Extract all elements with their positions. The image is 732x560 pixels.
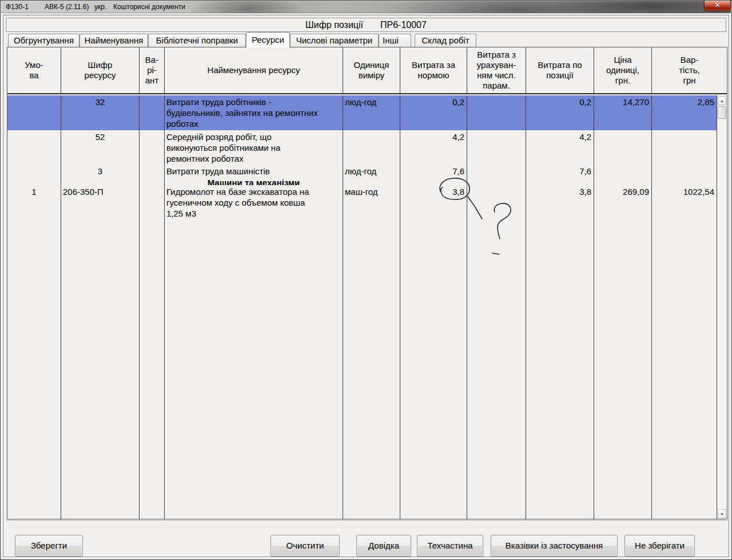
language-label: укр. [94, 3, 106, 11]
cell-condition [7, 165, 61, 176]
tab-justification[interactable]: Обгрунтування [8, 34, 79, 47]
cell-with-param [467, 185, 526, 219]
section-header-row: Машини та механізми [7, 176, 717, 185]
cell-name: Витрати труда робітників - будівельників… [165, 95, 343, 130]
cell-total [652, 176, 717, 185]
cell-variant [140, 185, 165, 219]
tab-resources[interactable]: Ресурси [246, 32, 290, 47]
cell-total [652, 165, 717, 176]
vertical-scrollbar[interactable]: ▲ ▼ [717, 95, 727, 519]
tab-library-corrections[interactable]: Бібліотечні поправки [148, 34, 246, 47]
col-total-cost: Вар- тість, грн [652, 47, 727, 93]
cell-with-param [467, 219, 526, 519]
form-code: Ф130-1 [6, 3, 29, 11]
cell-name [165, 219, 343, 519]
tech-section-button[interactable]: Техчастина [417, 535, 483, 557]
col-rate-per-norm: Витрата за нормою [400, 47, 467, 93]
cell-unit: маш-год [343, 185, 400, 219]
col-condition: Умо- ва [7, 47, 61, 93]
section-header-label: Машини та механізми [165, 176, 343, 185]
app-window: Ф130-1 АВК-5 (2.11.6) укр. Кошторисні до… [0, 0, 732, 560]
cell-name: Гидромолот на базе экскаватора на гусени… [165, 185, 343, 219]
cell-code [61, 176, 140, 185]
cell-per-position: 4,2 [526, 130, 594, 165]
scroll-thumb[interactable] [718, 106, 726, 119]
app-name-version: АВК-5 (2.11.6) [45, 3, 89, 11]
cell-variant [140, 219, 165, 519]
cell-variant [140, 176, 165, 185]
close-button[interactable]: ✕ [704, 1, 731, 11]
client-area: Шифр позиції ПР6-10007 Обгрунтування Най… [3, 15, 729, 557]
application-notes-button[interactable]: Вказівки із застосування [491, 535, 618, 557]
scroll-up-button[interactable]: ▲ [718, 96, 726, 105]
table-body: 32 Витрати труда робітників - будівельни… [7, 95, 717, 519]
cell-code: 206-350-П [61, 185, 140, 219]
cell-condition [7, 219, 61, 519]
cell-per-norm: 7,6 [400, 165, 467, 176]
col-unit: Одиниця виміру [343, 47, 400, 93]
save-button[interactable]: Зберегти [15, 535, 83, 557]
cell-per-position: 3,8 [526, 185, 594, 219]
cell-code: 52 [61, 130, 140, 165]
col-rate-with-params: Витрата з урахуван- ням числ. парам. [467, 47, 526, 93]
cell-unit: люд-год [343, 95, 400, 130]
cell-per-norm: 4,2 [400, 130, 467, 165]
cell-per-position [526, 219, 594, 519]
arrow-up-icon: ▲ [720, 99, 724, 103]
cell-unit-price [594, 176, 652, 185]
titlebar[interactable]: Ф130-1 АВК-5 (2.11.6) укр. Кошторисні до… [1, 1, 731, 13]
clear-button[interactable]: Очистити [270, 535, 340, 557]
window-frame-right [729, 13, 731, 559]
cell-per-position: 7,6 [526, 165, 594, 176]
cell-unit [343, 219, 400, 519]
tab-name[interactable]: Найменування [79, 34, 148, 47]
cell-per-norm: 3,8 [400, 185, 467, 219]
close-icon: ✕ [714, 1, 720, 9]
cell-variant [140, 165, 165, 176]
cell-per-position: 0,2 [526, 95, 594, 130]
cell-condition: 1 [7, 185, 61, 219]
cell-unit: люд-год [343, 165, 400, 176]
tab-other[interactable]: Інші [379, 34, 411, 47]
cell-unit-price [594, 165, 652, 176]
col-resource-code: Шифр ресурсу [61, 47, 140, 93]
resources-table: Умо- ва Шифр ресурсу Ва- рі- ант Наймену… [7, 47, 727, 519]
scroll-down-button[interactable]: ▼ [718, 509, 726, 518]
table-row[interactable]: 3 Витрати труда машиністів люд-год 7,6 7… [7, 165, 717, 176]
table-row-selected[interactable]: 32 Витрати труда робітників - будівельни… [7, 95, 717, 130]
table-header-row: Умо- ва Шифр ресурсу Ва- рі- ант Наймену… [7, 47, 727, 94]
col-rate-per-position: Витрата по позиції [526, 47, 594, 93]
table-row[interactable]: 52 Середній розряд робіт, що виконуються… [7, 130, 717, 165]
tab-numeric-parameters[interactable]: Числові параметри [290, 34, 379, 47]
cell-unit-price: 269,09 [594, 185, 652, 219]
cell-condition [7, 130, 61, 165]
col-unit-price: Ціна одиниці, грн. [594, 47, 652, 93]
cell-total [652, 130, 717, 165]
cell-unit [343, 130, 400, 165]
cell-with-param [467, 165, 526, 176]
cell-per-norm: 0,2 [400, 95, 467, 130]
arrow-down-icon: ▼ [720, 512, 724, 516]
cell-variant [140, 95, 165, 130]
discard-button[interactable]: Не зберігати [624, 535, 695, 557]
cell-total [652, 219, 717, 519]
table-empty-area [7, 219, 717, 519]
cell-unit-price: 14,270 [594, 95, 652, 130]
cell-per-position [526, 176, 594, 185]
cell-name: Середній розряд робіт, що виконуються ро… [165, 130, 343, 165]
cell-code [61, 219, 140, 519]
position-code-label: Шифр позиції [305, 20, 363, 30]
tab-work-composition[interactable]: Склад робіт [415, 34, 476, 47]
cell-total: 1022,54 [652, 185, 717, 219]
cell-with-param [467, 176, 526, 185]
cell-unit-price [594, 130, 652, 165]
cell-with-param [467, 95, 526, 130]
cell-code: 32 [61, 95, 140, 130]
cell-code: 3 [61, 165, 140, 176]
cell-total: 2,85 [652, 95, 717, 130]
help-button[interactable]: Довідка [356, 535, 411, 557]
table-row[interactable]: 1 206-350-П Гидромолот на базе экскавато… [7, 185, 717, 219]
cell-with-param [467, 130, 526, 165]
cell-name: Витрати труда машиністів [165, 165, 343, 176]
col-variant: Ва- рі- ант [140, 47, 165, 93]
